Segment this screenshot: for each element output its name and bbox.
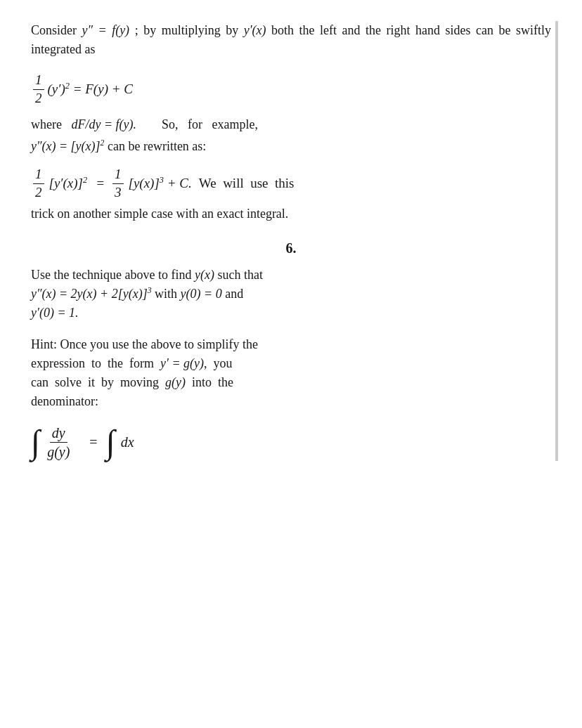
eq2-equals: =	[96, 174, 105, 194]
problem-text: Use the technique above to find y(x) suc…	[31, 268, 263, 320]
section-label: 6.	[286, 240, 297, 256]
trick-text: trick on another simple case with an exa…	[31, 204, 551, 223]
integral-right-integrand: dx	[121, 431, 134, 453]
eq1-body: (y′)2 = F(y) + C	[48, 79, 133, 100]
intro-paragraph: Consider y″ = f(y) ; by multiplying by y…	[31, 21, 551, 59]
example-equation: y″(x) = [y(x)]2 can be rewritten as:	[31, 139, 206, 153]
fraction-half-1: 1 2	[31, 72, 46, 107]
where-text: where dF/dy = f(y). So, for example,	[31, 117, 258, 131]
main-content: Consider y″ = f(y) ; by multiplying by y…	[31, 21, 551, 461]
section-number: 6.	[31, 238, 551, 259]
example-text: y″(x) = [y(x)]2 can be rewritten as:	[31, 137, 551, 156]
integral-equals: =	[89, 431, 97, 453]
eq2-rhs: [y(x)]3 + C.	[129, 174, 192, 194]
integral-left-integrand: dy g(y)	[43, 424, 74, 461]
equation-1: 1 2 (y′)2 = F(y) + C	[31, 72, 551, 107]
intro-text: Consider y″ = f(y) ; by multiplying by y…	[31, 23, 551, 56]
hint-paragraph: Hint: Once you use the above to simplify…	[31, 335, 551, 411]
integral-equation: ∫ dy g(y) = ∫ dx	[31, 424, 551, 461]
eq2-note: We will use this	[199, 174, 295, 194]
equation-2-line: 1 2 [y′(x)]2 = 1 3 [y(x)]3 + C. We will …	[31, 166, 551, 201]
integral-right-symbol: ∫	[106, 425, 115, 459]
eq2-lhs: [y′(x)]2	[49, 174, 88, 194]
trick-sentence: trick on another simple case with an exa…	[31, 207, 288, 221]
fraction-third: 1 3	[110, 166, 126, 201]
integral-left-symbol: ∫	[31, 425, 40, 459]
fraction-half-2: 1 2	[31, 166, 46, 201]
where-paragraph: where dF/dy = f(y). So, for example,	[31, 115, 551, 134]
problem-paragraph: Use the technique above to find y(x) suc…	[31, 266, 551, 323]
right-border	[555, 21, 558, 461]
hint-text: Hint: Once you use the above to simplify…	[31, 337, 258, 408]
